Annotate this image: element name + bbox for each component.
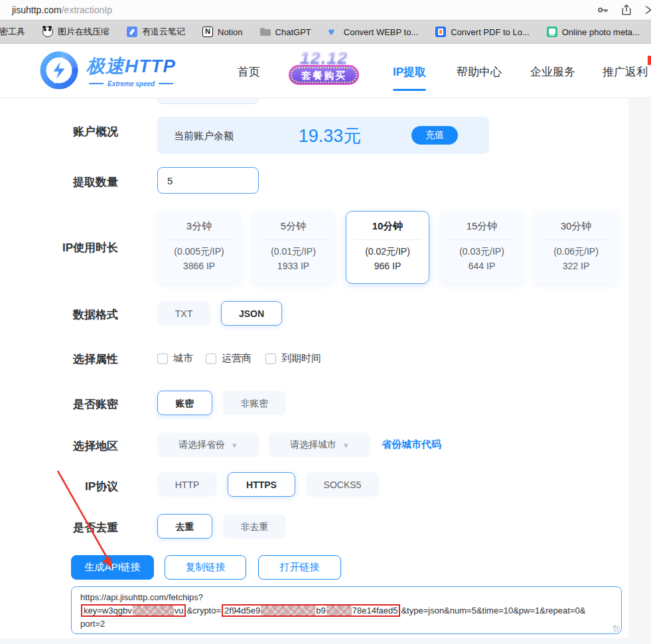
- duration-options: 3分钟 (0.005元/IP) 3866 IP 5分钟 (0.01元/IP) 1…: [157, 211, 618, 284]
- api-url-line1: https://api.jisuhttp.com/fetchips?: [80, 591, 613, 604]
- dedupe-option-no[interactable]: 非去重: [223, 514, 286, 539]
- bookmark-notion[interactable]: NNotion: [202, 27, 243, 37]
- site-header: 极速HTTP Extreme speed 首页 12.12 套餐购买 IP提取 …: [0, 44, 651, 98]
- share-icon[interactable]: [620, 3, 633, 17]
- attributes-row-label: 选择属性: [27, 352, 118, 367]
- heart-icon: [328, 27, 339, 37]
- pixelated-redaction: [261, 606, 315, 615]
- url-path: /extractionIp: [62, 5, 112, 15]
- browser-url-bar: jisuhttp.com/extractionIp: [0, 0, 651, 20]
- pixelated-redaction: [133, 606, 174, 615]
- bookmark-youdao-note[interactable]: 有道云笔记: [127, 26, 185, 38]
- balance-label: 当前账户余额: [174, 130, 234, 143]
- checkbox-icon[interactable]: [206, 354, 216, 364]
- generate-api-link-button[interactable]: 生成API链接: [71, 555, 154, 580]
- tagline-dash: [89, 83, 104, 84]
- brand-name: 极速HTTP: [86, 54, 176, 79]
- duration-card-10min-selected[interactable]: 10分钟 (0.02元/IP) 966 IP: [346, 211, 429, 284]
- bookmark-chatgpt-folder[interactable]: ChatGPT: [260, 27, 311, 37]
- auth-option-no-password[interactable]: 非账密: [223, 391, 286, 415]
- url-host: jisuhttp.com: [12, 5, 62, 15]
- pixelated-redaction: [326, 606, 352, 615]
- protocol-row-label: IP协议: [27, 479, 118, 494]
- nav-home[interactable]: 首页: [238, 64, 260, 80]
- brand-tagline: Extreme speed: [89, 80, 173, 88]
- divider: [354, 239, 421, 240]
- balance-value: 19.33元: [277, 124, 383, 148]
- address-url[interactable]: jisuhttp.com/extractionIp: [12, 5, 112, 15]
- dedupe-row-label: 是否去重: [27, 520, 118, 535]
- checkbox-icon[interactable]: [265, 354, 276, 364]
- dedupe-option-yes-selected[interactable]: 去重: [157, 514, 212, 539]
- format-row-label: 数据格式: [27, 307, 118, 322]
- auth-row-label: 是否账密: [27, 397, 118, 412]
- api-url-textarea[interactable]: https://api.jisuhttp.com/fetchips? key=w…: [71, 586, 622, 634]
- account-balance-panel: 当前账户余额 19.33元 充值: [157, 117, 489, 154]
- nav-help-center[interactable]: 帮助中心: [457, 64, 502, 80]
- active-nav-underline: [393, 89, 426, 91]
- api-url-line2: key=w3qgbvvu&crypto=2f94d5e9b978e14faed5…: [80, 604, 613, 617]
- page-bottom-margin: [0, 638, 651, 644]
- notion-icon: N: [202, 27, 213, 37]
- promo-badge-1212[interactable]: 12.12 套餐购买: [287, 48, 361, 92]
- copy-link-button[interactable]: 复制链接: [165, 555, 246, 580]
- quantity-row-label: 提取数量: [27, 174, 118, 190]
- chevron-down-icon: ∨: [232, 441, 238, 448]
- password-key-icon[interactable]: [596, 3, 609, 17]
- divider: [543, 239, 609, 240]
- bookmark-encrypt-tool[interactable]: 加密工具: [0, 26, 25, 38]
- promo-buy-label: 套餐购买: [289, 65, 359, 85]
- textarea-resize-handle[interactable]: [613, 625, 620, 632]
- youdao-pen-icon: [127, 27, 137, 37]
- cutoff-element-top: [157, 98, 259, 104]
- tagline-dash: [159, 83, 173, 84]
- region-row-label: 选择地区: [27, 438, 118, 454]
- nav-referral[interactable]: 推广返利: [603, 64, 648, 80]
- divider: [260, 239, 326, 240]
- photo-icon: [547, 27, 557, 37]
- recharge-button[interactable]: 充值: [411, 126, 458, 145]
- checkbox-city[interactable]: 城市: [157, 352, 193, 365]
- format-option-json-selected[interactable]: JSON: [221, 301, 282, 326]
- partial-toolbar-icon[interactable]: [644, 3, 651, 17]
- format-option-txt[interactable]: TXT: [157, 301, 210, 326]
- auth-option-password-selected[interactable]: 账密: [157, 391, 212, 415]
- bookmark-convert-pdf[interactable]: Convert PDF to Lo...: [435, 27, 530, 37]
- nav-enterprise[interactable]: 企业服务: [530, 64, 575, 80]
- redacted-key-highlight: key=w3qgbvvu: [81, 604, 186, 617]
- folder-icon: [260, 27, 271, 37]
- account-row-label: 账户概况: [27, 124, 118, 139]
- lightning-logo-icon: [40, 51, 78, 90]
- duration-card-5min[interactable]: 5分钟 (0.01元/IP) 1933 IP: [252, 211, 335, 284]
- duration-row-label: IP使用时长: [27, 240, 118, 255]
- protocol-option-http[interactable]: HTTP: [157, 472, 217, 497]
- extraction-form: 账户概况 当前账户余额 19.33元 充值 提取数量 IP使用时长 3分钟 (0…: [0, 98, 651, 644]
- chevron-down-icon: ∨: [343, 441, 349, 448]
- duration-card-15min[interactable]: 15分钟 (0.03元/IP) 644 IP: [440, 211, 524, 284]
- province-select[interactable]: 请选择省份 ∨: [157, 432, 259, 457]
- divider: [166, 239, 232, 240]
- pdf-doc-icon: [435, 27, 446, 37]
- nav-ip-extract[interactable]: IP提取: [393, 64, 426, 80]
- api-url-line3: port=2: [80, 617, 613, 631]
- bookmark-convert-webp[interactable]: Convert WEBP to...: [328, 27, 418, 37]
- divider: [449, 239, 515, 240]
- duration-card-3min[interactable]: 3分钟 (0.005元/IP) 3866 IP: [157, 211, 241, 284]
- nav-red-badge-fragment: [648, 56, 651, 65]
- protocol-option-socks5[interactable]: SOCKS5: [306, 472, 379, 497]
- bookmarks-bar: 加密工具 图片在线压缩 有道云笔记 NNotion ChatGPT Conver…: [0, 20, 651, 44]
- checkbox-icon[interactable]: [157, 354, 168, 364]
- open-link-button[interactable]: 打开链接: [258, 555, 341, 580]
- province-city-code-link[interactable]: 省份城市代码: [382, 438, 441, 451]
- bookmark-photo-meta[interactable]: Online photo meta...: [547, 27, 640, 37]
- protocol-option-https-selected[interactable]: HTTPS: [228, 472, 295, 497]
- checkbox-carrier[interactable]: 运营商: [206, 352, 252, 365]
- checkbox-expire-time[interactable]: 到期时间: [265, 352, 321, 365]
- city-select[interactable]: 请选择城市 ∨: [269, 432, 370, 457]
- quantity-input[interactable]: [157, 167, 259, 194]
- page-right-margin: [628, 98, 651, 644]
- duration-card-30min[interactable]: 30分钟 (0.06元/IP) 322 IP: [534, 211, 618, 284]
- bookmark-image-compress[interactable]: 图片在线压缩: [42, 26, 109, 38]
- brand-logo[interactable]: 极速HTTP Extreme speed: [40, 51, 176, 90]
- redacted-crypto-highlight: 2f94d5e9b978e14faed5: [222, 604, 400, 617]
